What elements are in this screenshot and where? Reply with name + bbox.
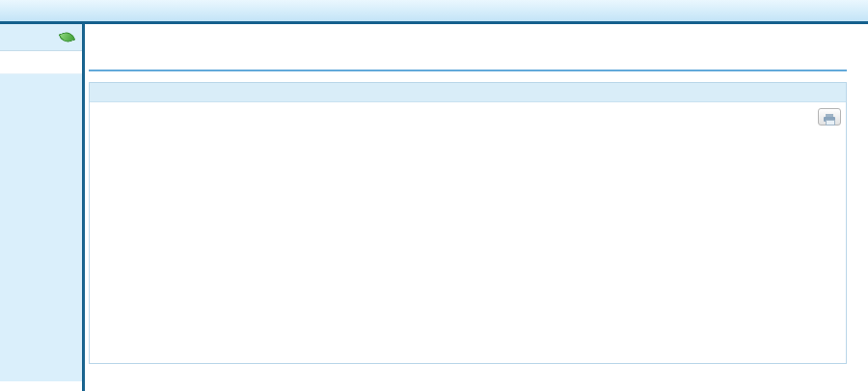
tab-underline	[89, 70, 847, 71]
main-content	[85, 24, 868, 391]
year-curve-chart	[90, 102, 846, 361]
user-area	[843, 0, 868, 21]
report-panel	[89, 82, 847, 364]
body-row	[0, 24, 868, 391]
sidebar-item-data-statistics[interactable]	[0, 51, 82, 74]
tab-bar	[85, 50, 868, 70]
topbar	[0, 0, 868, 24]
printer-icon	[824, 117, 835, 122]
sidebar-header	[0, 24, 82, 51]
leaf-icon	[59, 30, 76, 44]
chart-area	[90, 102, 846, 363]
panel-header	[90, 83, 846, 102]
location-bar	[85, 24, 868, 47]
crm-app-window	[0, 0, 868, 391]
app-logo[interactable]	[0, 0, 12, 21]
print-button[interactable]	[818, 108, 841, 126]
sidebar	[0, 24, 85, 391]
